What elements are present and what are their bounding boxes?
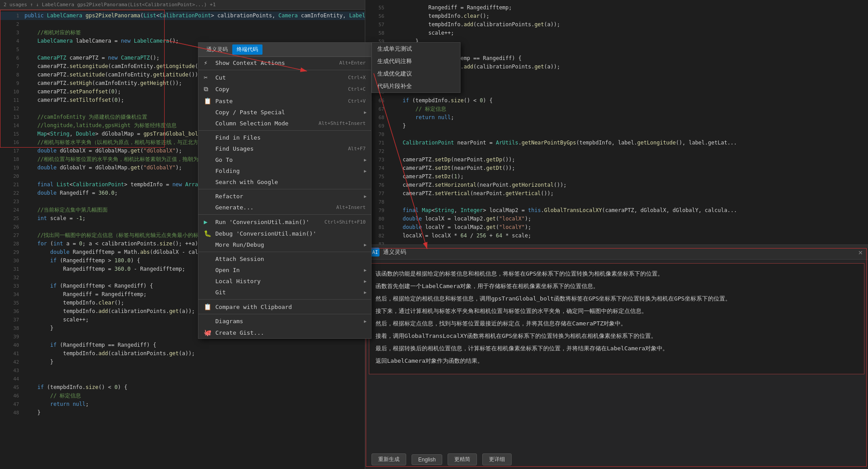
menu-item-go-to[interactable]: Go To [198,154,371,165]
menu-item-copy[interactable]: ⧉ Copy Ctrl+C [198,83,371,95]
code-line[interactable]: 48 } [0,409,365,417]
submenu-item-optimize[interactable]: 生成优化建议 [372,68,460,80]
code-line[interactable]: 75 cameraPTZ.setDz(1); [365,172,868,181]
ai-line-3: 然后，根据给定的相机信息和标签信息，调用gpsTranGlobal_bolt函数… [375,294,858,304]
code-line[interactable]: 77 cameraPTZ.setVertical(nearPoint.getVe… [365,189,868,198]
code-line[interactable]: 76 cameraPTZ.setHorizontal(nearPoint.get… [365,181,868,189]
code-line[interactable]: 46 // 标定信息 [0,392,365,400]
paste-icon: 📋 [204,97,212,104]
menu-item-find-usages[interactable]: Find Usages Alt+F7 [198,143,371,154]
code-line[interactable]: 40 if (Rangedifftemp == Rangediff) { [0,341,365,349]
code-line[interactable]: 70 [365,130,868,139]
menu-item-diagrams[interactable]: Diagrams [198,316,371,327]
code-line[interactable]: 2 [0,20,365,28]
menu-item-run[interactable]: ▶ Run 'ConversionUtil.main()' Ctrl+Shift… [198,216,371,228]
menu-item-generate[interactable]: Generate... Alt+Insert [198,202,371,213]
ai-line-4: 接下来，通过计算相机与标签水平夹角和相机位置与标签位置的水平夹角，确定同一幅图中… [375,306,858,316]
code-line[interactable]: 79 final Map<String, Integer> localMap2 … [365,206,868,215]
menu-item-paste[interactable]: 📋 Paste Ctrl+V [198,95,371,107]
code-line[interactable]: 3 //相机对应的标签 [0,28,365,37]
menu-item-compare-clipboard[interactable]: 📋 Compare with Clipboard [198,301,371,313]
menu-item-refactor[interactable]: Refactor [198,191,371,202]
code-line[interactable]: 74 cameraPTZ.setDt(nearPoint.getDt()); [365,164,868,172]
code-line[interactable]: 1 public LabelCamera gps2PixelPanorama(L… [0,12,365,20]
menu-divider [198,314,371,314]
code-line[interactable]: 42 } [0,358,365,366]
menu-item-git[interactable]: Git [198,287,371,298]
code-line[interactable]: 71 CalibrationPoint nearPoint = ArUtils.… [365,139,868,147]
ai-panel-footer: 重新生成 English 更精简 更详细 [365,450,868,469]
menu-divider [198,130,371,131]
code-line[interactable]: 45 if (tempbdInfo.size() < 0) { [0,383,365,392]
menu-tab-active[interactable]: 终端代码 [232,44,262,55]
code-line[interactable]: 55 Rangediff = Rangedifftemp; [365,4,868,12]
ai-panel: AI 通义灵码 ✕ 该函数的功能是根据给定的标签信息和相机信息，将标签在GPS坐… [365,245,868,469]
menu-item-local-history[interactable]: Local History [198,276,371,287]
code-line[interactable]: 82 localX = localX * 64 / 256 + 64 * sca… [365,232,868,240]
debug-icon: 🐛 [204,230,212,237]
clipboard-icon: 📋 [204,303,212,310]
ai-line-5: 然后，根据标定点信息，找到与标签位置最接近的标定点，并将其信息存储在Camera… [375,319,858,329]
english-button[interactable]: English [412,454,442,465]
menu-item-create-gist[interactable]: 🐙 Create Gist... [198,327,371,338]
code-line[interactable]: 57 tempbdInfo.add(calibrationPoints.get(… [365,20,868,29]
code-line[interactable]: 78 [365,198,868,206]
menu-item-column-selection[interactable]: Column Selection Mode Alt+Shift+Insert [198,118,371,129]
code-line[interactable]: 68 return null; [365,113,868,122]
ai-line-6: 接着，调用GlobalTransLocalXY函数将相机在GPS坐标系下的位置转… [375,331,858,341]
menu-item-cut[interactable]: ✂ Cut Ctrl+X [198,72,371,83]
submenu-item-snippet[interactable]: 代码片段补全 [372,80,460,92]
run-icon: ▶ [204,218,212,225]
submenu-terminal-code[interactable]: 生成单元测试 生成代码注释 生成优化建议 代码片段补全 [371,42,460,93]
menu-divider [198,214,371,215]
menu-item-search-google[interactable]: Search with Google [198,176,371,188]
code-line[interactable]: 83 [365,240,868,245]
menu-header: 通义灵码 终端代码 [198,43,371,57]
ai-panel-content: 该函数的功能是根据给定的标签信息和相机信息，将标签在GPS坐标系下的位置转换为相… [369,263,864,374]
code-line[interactable]: 66 if (tempbdInfo.size() < 0) { [365,96,868,105]
close-icon[interactable]: ✕ [858,248,863,257]
menu-item-more-run-debug[interactable]: More Run/Debug [198,239,371,250]
ai-line-1: 该函数的功能是根据给定的标签信息和相机信息，将标签在GPS坐标系下的位置转换为相… [375,269,858,279]
code-line[interactable]: 81 double localY = localMap2.get("localY… [365,223,868,232]
menu-item-debug[interactable]: 🐛 Debug 'ConversionUtil.main()' [198,228,371,239]
ai-panel-icon: AI [371,248,379,257]
ai-line-2: 函数首先创建一个LabelCamera对象，用于存储标签在相机像素坐标系下的位置… [375,281,858,291]
menu-item-folding[interactable]: Folding [198,165,371,176]
menu-divider [198,70,371,70]
code-line[interactable]: 47 return null; [0,400,365,409]
code-line[interactable]: 72 [365,147,868,156]
ai-line-8: 返回LabelCamera对象作为函数的结果。 [375,356,858,366]
context-menu[interactable]: 通义灵码 终端代码 ⚡ Show Context Actions Alt+Ent… [198,42,371,339]
menu-item-open-in[interactable]: Open In [198,265,371,276]
menu-tab-tongyi[interactable]: 通义灵码 [202,44,232,55]
regenerate-button[interactable]: 重新生成 [371,453,406,465]
right-code-panel: 55 Rangediff = Rangedifftemp; 56 tempbdI… [365,0,868,245]
menu-item-show-context[interactable]: ⚡ Show Context Actions Alt+Enter [198,57,371,68]
code-line[interactable]: 56 tempbdInfo.clear(); [365,12,868,20]
code-line[interactable]: 43 [0,366,365,375]
menu-item-attach-session[interactable]: Attach Session [198,253,371,265]
menu-divider [198,299,371,300]
menu-item-find-in-files[interactable]: Find in Files [198,132,371,143]
github-icon: 🐙 [204,329,212,336]
code-line[interactable]: 58 scale++; [365,29,868,37]
code-line[interactable]: 69 } [365,122,868,130]
menu-divider [198,189,371,189]
code-line[interactable]: 41 tempbdInfo.add(calibrationPoints.get(… [0,349,365,358]
simplify-button[interactable]: 更精简 [448,453,477,465]
ai-panel-title: 通义灵码 [383,248,406,256]
usage-text: 2 usages ↑ ↓ LabelCamera gps2PixelPanora… [4,2,216,8]
code-line[interactable]: 67 // 标定信息 [365,105,868,113]
menu-divider [198,252,371,252]
code-line[interactable]: 80 double localX = localMap2.get("localX… [365,215,868,223]
detail-button[interactable]: 更详细 [482,453,512,465]
code-line[interactable]: 44 [0,375,365,383]
code-line[interactable]: 73 cameraPTZ.setDp(nearPoint.getDp()); [365,156,868,164]
menu-item-copy-paste-special[interactable]: Copy / Paste Special [198,107,371,118]
submenu-item-unit-test[interactable]: 生成单元测试 [372,43,460,55]
submenu-item-code-comment[interactable]: 生成代码注释 [372,55,460,68]
cut-icon: ✂ [204,74,212,81]
copy-icon: ⧉ [204,85,212,93]
ai-panel-header: AI 通义灵码 ✕ [365,245,868,260]
